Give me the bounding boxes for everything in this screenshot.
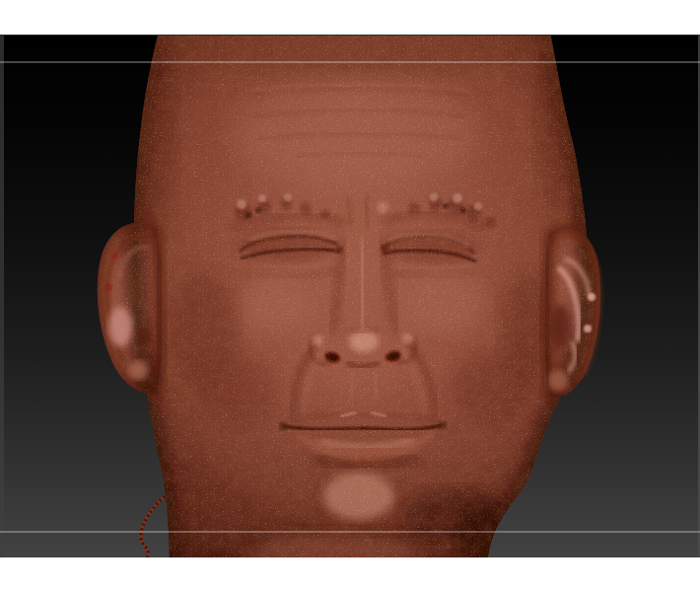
left-ear-concha-highlight <box>108 307 132 346</box>
clay-grain-light <box>89 35 611 557</box>
top-margin <box>0 0 700 35</box>
sculpt-viewport[interactable] <box>0 35 700 557</box>
neck-strand <box>141 496 165 557</box>
sculpt-head[interactable] <box>89 35 611 557</box>
top-guide-line <box>0 61 700 63</box>
app-window <box>0 0 700 592</box>
viewport-left-frame <box>0 36 4 557</box>
left-earlobe <box>128 360 148 380</box>
right-earlobe <box>547 370 569 392</box>
bottom-margin <box>0 556 700 592</box>
bottom-guide-line <box>0 531 700 533</box>
head-model-render[interactable] <box>0 35 700 557</box>
